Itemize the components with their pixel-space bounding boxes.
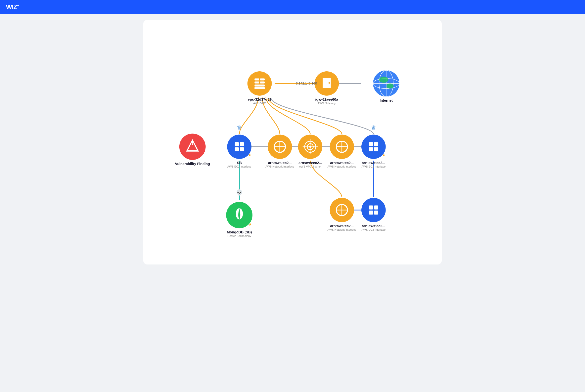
svg-text:vpc-32d37d59: vpc-32d37d59 xyxy=(248,98,271,102)
svg-text:AWS Gateway: AWS Gateway xyxy=(318,102,336,105)
arn-ni2-node[interactable]: arn:aws:ec2... AWS Network Interface xyxy=(328,134,356,168)
vpc-node[interactable]: vpc-32d37d59 AWS VPC xyxy=(248,71,272,105)
arn-ni1-node[interactable]: arn:aws:ec2... AWS Network Interface xyxy=(265,134,294,168)
svg-text:Vulnerability Finding: Vulnerability Finding xyxy=(175,162,210,166)
svg-text:3.142.146.160: 3.142.146.160 xyxy=(296,82,317,85)
arn-ec2-right-node[interactable]: ♛ ★ arn:aws:ec2... AWS EC2 Interface xyxy=(361,124,386,168)
svg-text:SB: SB xyxy=(237,161,242,165)
svg-text:★: ★ xyxy=(248,152,251,157)
logo-text: WIZ xyxy=(6,3,17,11)
svg-rect-25 xyxy=(254,84,265,86)
svg-text:★: ★ xyxy=(382,152,385,157)
svg-text:💀: 💀 xyxy=(236,189,243,196)
svg-point-78 xyxy=(361,198,386,222)
svg-point-40 xyxy=(379,76,388,82)
arn-ni3-node[interactable]: arn:aws:ec2... AWS Network Interface xyxy=(328,198,356,231)
svg-text:!: ! xyxy=(192,140,193,146)
svg-text:AWS Network Interface: AWS Network Interface xyxy=(265,165,294,168)
svg-rect-26 xyxy=(254,87,265,89)
svg-text:AWS VPC: AWS VPC xyxy=(253,102,266,105)
svg-text:AWS Network Interface: AWS Network Interface xyxy=(328,228,356,231)
igw-node[interactable]: 3.142.146.160 igw-62aee60a AWS Gateway xyxy=(296,71,339,105)
svg-point-20 xyxy=(248,71,272,96)
internet-node[interactable]: Internet xyxy=(373,70,399,102)
svg-text:★: ★ xyxy=(248,222,252,226)
svg-text:arn:aws:ec2...: arn:aws:ec2... xyxy=(330,224,353,228)
svg-text:igw-62aee60a: igw-62aee60a xyxy=(315,98,338,102)
svg-text:AWS EC2 Interface: AWS EC2 Interface xyxy=(362,165,386,168)
svg-rect-8 xyxy=(240,142,244,146)
svg-rect-21 xyxy=(254,78,259,80)
svg-rect-68 xyxy=(374,147,378,151)
svg-text:arn:aws:ec2...: arn:aws:ec2... xyxy=(298,161,322,165)
vulnerability-node[interactable]: ! Vulnerability Finding xyxy=(175,134,210,166)
logo-sup: + xyxy=(17,4,19,8)
svg-rect-10 xyxy=(240,147,244,151)
svg-text:AWS VPC Subnet: AWS VPC Subnet xyxy=(299,165,322,168)
svg-text:♛: ♛ xyxy=(237,124,242,131)
svg-text:arn:aws:ec2...: arn:aws:ec2... xyxy=(362,224,385,228)
svg-text:AWS Network Interface: AWS Network Interface xyxy=(328,165,356,168)
mongodb-node[interactable]: ★ MongoDB (SB) Hosted Technology xyxy=(226,202,252,238)
sb-node[interactable]: ♛ ★ SB AWS EC2 Interface xyxy=(227,124,251,168)
svg-text:AWS EC2 Interface: AWS EC2 Interface xyxy=(227,165,251,168)
svg-rect-9 xyxy=(235,147,239,151)
svg-rect-82 xyxy=(374,210,378,214)
svg-text:♛: ♛ xyxy=(371,124,376,131)
diagram-card: ! Vulnerability Finding ♛ ★ SB AWS EC2 I… xyxy=(143,20,442,264)
svg-text:arn:aws:ec2...: arn:aws:ec2... xyxy=(330,161,353,165)
arn-subnet-node[interactable]: arn:aws:ec2... AWS VPC Subnet xyxy=(298,134,322,168)
wiz-logo: WIZ+ xyxy=(6,3,19,11)
main-content: ! Vulnerability Finding ♛ ★ SB AWS EC2 I… xyxy=(0,14,585,270)
svg-point-31 xyxy=(329,82,330,84)
svg-rect-65 xyxy=(369,142,373,146)
svg-text:MongoDB (SB): MongoDB (SB) xyxy=(227,230,252,234)
svg-point-41 xyxy=(386,84,394,88)
header: WIZ+ xyxy=(0,0,585,14)
svg-text:arn:aws:ec2...: arn:aws:ec2... xyxy=(268,161,292,165)
svg-rect-24 xyxy=(260,82,265,84)
svg-rect-22 xyxy=(260,78,265,80)
svg-text:Internet: Internet xyxy=(380,98,393,102)
svg-rect-79 xyxy=(369,206,373,210)
line-vpc-subnet-orange xyxy=(266,98,310,134)
svg-rect-7 xyxy=(235,142,239,146)
svg-rect-67 xyxy=(369,147,373,151)
svg-text:AWS EC2 Interface: AWS EC2 Interface xyxy=(362,228,386,231)
arn-ec2-bottom-node[interactable]: arn:aws:ec2... AWS EC2 Interface xyxy=(361,198,386,231)
svg-rect-81 xyxy=(369,210,373,214)
svg-rect-80 xyxy=(374,206,378,210)
svg-rect-66 xyxy=(374,142,378,146)
svg-text:arn:aws:ec2...: arn:aws:ec2... xyxy=(362,161,385,165)
network-diagram: ! Vulnerability Finding ♛ ★ SB AWS EC2 I… xyxy=(153,30,432,254)
svg-rect-23 xyxy=(254,82,259,84)
svg-text:Hosted Technology: Hosted Technology xyxy=(228,234,251,238)
